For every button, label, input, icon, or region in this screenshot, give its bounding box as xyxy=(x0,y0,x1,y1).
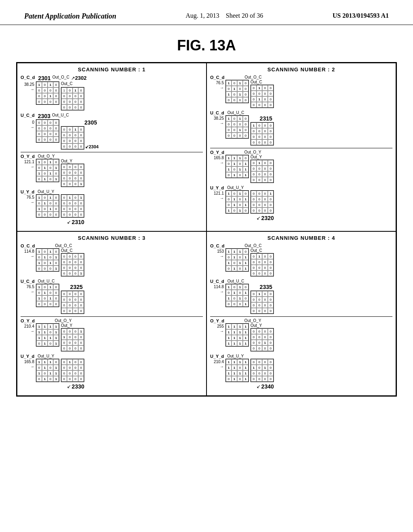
ucd-section-1: U_C_d 2303 Out_U_C 0→ 0000 0000 0000 000… xyxy=(21,113,203,150)
out-oc-label-1: Out_O_C xyxy=(52,75,69,79)
date-sheet: Aug. 1, 2013 Sheet 20 of 36 xyxy=(186,12,263,19)
ucd-row-1: 0→ 0000 0000 0000 0000 2305 xyxy=(21,119,203,150)
ref-2330: 2330 xyxy=(72,383,84,390)
uyd-label-1: U_Y_d xyxy=(21,189,34,194)
oyd-row-1: 121.1→ 1010 0101 1010 0101 Out_Y 0000 xyxy=(21,159,203,187)
input-38-25: 38.25→ xyxy=(21,81,36,92)
oyd-section-1: O_Y_d Out_O_Y 121.1→ 1010 0101 1010 0101 xyxy=(21,154,203,187)
ocd-input-matrix-4: 1110 0101 1011 0101 xyxy=(225,248,249,272)
out-oy-label-3: Out_O_Y xyxy=(55,318,72,323)
uyd-input-matrix-3: 1110 0101 1011 0101 xyxy=(36,359,59,382)
oyd-input-matrix-4: 1111 1111 1111 1111 xyxy=(225,323,249,347)
ucd-out-matrix-1: 0010 0000 0000 0000 xyxy=(61,126,84,150)
out-uc-label-3: Out_U_C xyxy=(38,279,55,283)
uyd-section-1: U_Y_d Out_U_Y 76.5→ 1010 0100 1010 0000 xyxy=(21,189,203,225)
input-153: 153→ xyxy=(210,248,225,259)
uyd-label-4: U_Y_d xyxy=(210,354,224,359)
uyd-row-2: 121.1→ 1010 0101 0101 1010 0001 0000 xyxy=(210,190,392,221)
oyd-label-3: O_Y_d xyxy=(21,318,35,323)
ucd-label-1: U_C_d xyxy=(21,113,35,118)
out-c-label-1: Out_C xyxy=(61,81,84,86)
oyd-out-matrix-1: 0000 0000 0000 0001 xyxy=(61,164,84,187)
publication-title: Patent Application Publication xyxy=(24,12,116,21)
ocd-section-3: O_C_d Out_O_C 114.8→ 1010 0101 1010 0001 xyxy=(21,243,203,276)
uyd-input-matrix-2: 1010 0101 0101 1010 xyxy=(225,190,249,214)
uyd-label-3: U_Y_d xyxy=(21,354,34,359)
out-uc-label-2: Out_U_C xyxy=(227,110,244,115)
ucd-row-4: 114.8→ 1010 0101 1010 0001 2335 xyxy=(210,284,392,314)
ocd-section-2: O_C_d Out_O_C 76.5→ 1010 0100 1010 0000 xyxy=(210,75,392,108)
divider-4a xyxy=(210,316,392,317)
ucd-label-2: U_C_d xyxy=(210,110,224,115)
ocd-section-1: O_C_d 2301 Out_O_C ↗2302 38.25→ 1010 000… xyxy=(21,75,203,110)
ocd-input-matrix-3: 1010 0101 1010 0001 xyxy=(36,248,59,272)
oyd-out-matrix-2: 0100 0000 0000 0000 xyxy=(250,160,274,183)
ucd-label-4: U_C_d xyxy=(210,279,224,284)
input-76-5-2: 76.5→ xyxy=(210,80,225,90)
input-121-1: 121.1→ xyxy=(21,159,36,169)
oyd-section-4: O_Y_d Out_O_Y 255→ 1111 1111 1111 1111 xyxy=(210,318,392,351)
ocd-row-4: 153→ 1110 0101 1011 0101 Out_C 0100 xyxy=(210,248,392,276)
input-76-5-1: 76.5→ xyxy=(21,194,36,205)
input-0: 0→ xyxy=(21,119,36,130)
input-114-8-2: 114.8→ xyxy=(210,284,225,294)
ref-2335: 2335 xyxy=(260,284,272,290)
input-210-4-2: 210.4→ xyxy=(210,359,225,369)
divider-2a xyxy=(210,148,392,148)
input-121-1-2: 121.1→ xyxy=(210,190,225,201)
input-210-4: 210.4→ xyxy=(21,323,36,334)
uyd-out-matrix-3: 0100 0000 0000 0000 xyxy=(61,359,84,382)
ref-2305: 2305 xyxy=(84,119,97,126)
ref-2320: 2320 xyxy=(261,215,274,221)
ocd-label-1: O_C_d xyxy=(21,75,35,80)
ucd-out-matrix-3: 0000 0000 0000 0000 xyxy=(61,291,84,314)
oyd-row-3: 210.4→ 1111 1101 1111 0101 Out_Y 0001 xyxy=(21,323,203,351)
ocd-input-matrix-1: 1010 0000 0010 0000 xyxy=(36,81,59,105)
oyd-section-2: O_Y_d Out_O_Y 165.8→ 1110 0101 1011 0101 xyxy=(210,150,392,183)
ref-2310: 2310 xyxy=(72,219,84,225)
input-38-25-2: 38.25→ xyxy=(210,115,225,126)
ref-2303: 2303 xyxy=(38,113,50,119)
scanning-header-4: SCANNING NUMBER : 4 xyxy=(210,235,392,241)
uyd-out-matrix-2: 0001 0000 0000 0000 xyxy=(250,190,274,214)
uyd-input-matrix-4: 1111 1101 1111 0101 xyxy=(225,359,249,382)
oyd-label-1: O_Y_d xyxy=(21,154,35,159)
out-uc-label-4: Out_U_C xyxy=(227,279,244,283)
input-165-8: 165.8→ xyxy=(210,155,225,165)
out-oc-label-3: Out_O_C xyxy=(55,243,72,248)
ucd-input-matrix-1: 0000 0000 0000 0000 xyxy=(36,119,59,143)
uyd-input-matrix-1: 1010 0100 1010 0000 xyxy=(36,194,59,218)
ref-2301: 2301 xyxy=(38,75,50,81)
out-oc-label-2: Out_O_C xyxy=(244,75,261,79)
ocd-label-4: O_C_d xyxy=(210,243,224,248)
ocd-row-3: 114.8→ 1010 0101 1010 0001 Out_C 0000 xyxy=(21,248,203,276)
uyd-row-1: 76.5→ 1010 0100 1010 0000 0101 0000 xyxy=(21,194,203,225)
arrow-2302: ↗2302 xyxy=(71,75,87,81)
out-oy-label-4: Out_O_Y xyxy=(244,318,261,323)
scanning-panel-3: SCANNING NUMBER : 3 O_C_d Out_O_C 114.8→… xyxy=(17,231,206,396)
uyd-row-4: 210.4→ 1111 1101 1111 0101 0000 1010 xyxy=(210,359,392,390)
ocd-out-matrix-4: 0100 0000 0000 0000 xyxy=(250,253,274,276)
ocd-out-matrix-3: 0000 0000 0000 0001 xyxy=(61,253,84,276)
scanning-panel-2: SCANNING NUMBER : 2 O_C_d Out_O_C 76.5→ … xyxy=(206,63,396,231)
ocd-label-3: O_C_d xyxy=(21,243,35,248)
divider-3a xyxy=(21,316,203,317)
out-uy-label-1: Out_U_Y xyxy=(38,189,54,194)
ucd-section-4: U_C_d Out_U_C 114.8→ 1010 0101 1010 0001 xyxy=(210,279,392,314)
uyd-row-3: 165.8→ 1110 0101 1011 0101 0100 0000 xyxy=(21,359,203,390)
ocd-row-2: 76.5→ 1010 0100 1010 0000 Out_C 0100 xyxy=(210,80,392,108)
scanning-panel-1: SCANNING NUMBER : 1 O_C_d 2301 Out_O_C ↗… xyxy=(17,63,206,231)
ucd-section-2: U_C_d Out_U_C 38.25→ 1010 0000 0010 0000 xyxy=(210,110,392,145)
ocd-row-1: 38.25→ 1010 0000 0010 0000 Out_C xyxy=(21,81,203,110)
ucd-section-3: U_C_d Out_U_C 76.5→ 1010 0100 1010 0000 xyxy=(21,279,203,314)
input-76-5-3: 76.5→ xyxy=(21,284,36,294)
oyd-row-2: 165.8→ 1110 0101 1011 0101 Out_Y 0100 xyxy=(210,155,392,183)
ocd-out-matrix-2: 0100 0000 0100 0000 xyxy=(250,85,274,108)
oyd-section-3: O_Y_d Out_O_Y 210.4→ 1111 1101 1111 0101 xyxy=(21,318,203,351)
scanning-grid: SCANNING NUMBER : 1 O_C_d 2301 Out_O_C ↗… xyxy=(16,62,397,397)
uyd-section-4: U_Y_d Out_U_Y 210.4→ 1111 1101 1111 0101 xyxy=(210,354,392,390)
input-255: 255→ xyxy=(210,323,225,334)
out-oy-label-2: Out_O_Y xyxy=(244,150,261,154)
uyd-out-matrix-1a: 0101 0000 0000 0000 xyxy=(61,194,84,218)
out-y-label-1: Out_Y xyxy=(61,159,84,163)
